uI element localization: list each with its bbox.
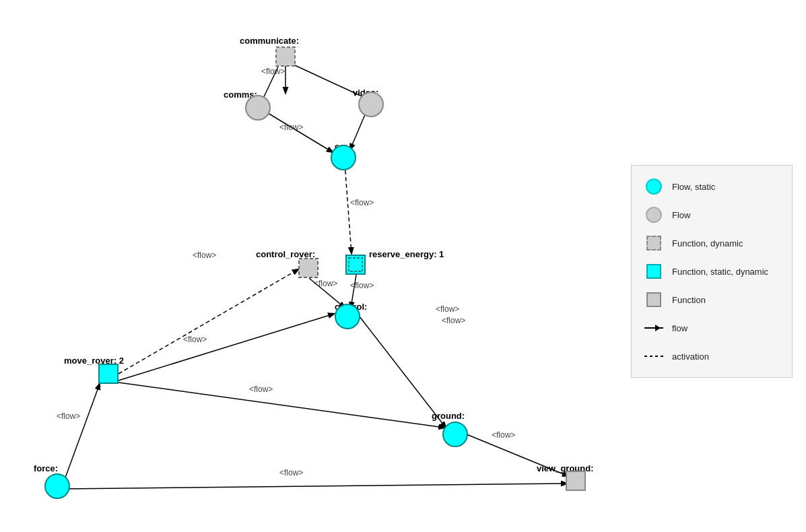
circle-cyan-icon xyxy=(646,178,662,195)
line-dashed-icon xyxy=(644,356,663,357)
ground-node[interactable] xyxy=(443,422,467,446)
legend-item-flow: Flow xyxy=(644,205,780,225)
ee-node[interactable] xyxy=(331,145,356,170)
video-node[interactable] xyxy=(359,92,383,117)
flow-label-ctrl-ground: <flow> xyxy=(436,304,459,314)
legend-label-flow-line: flow xyxy=(672,323,687,333)
square-cyan-solid-icon xyxy=(646,264,661,279)
view-ground-node[interactable] xyxy=(566,471,585,490)
control-rover-node[interactable] xyxy=(299,259,318,277)
legend-label-activation: activation xyxy=(672,352,709,362)
legend-icon-flow-static xyxy=(644,176,664,197)
legend-icon-function-dynamic xyxy=(644,233,664,253)
svg-line-12 xyxy=(63,484,567,489)
legend: Flow, static Flow Function, dynamic Func… xyxy=(631,165,793,378)
svg-line-4 xyxy=(119,269,298,374)
legend-label-function-dynamic: Function, dynamic xyxy=(672,238,743,248)
legend-icon-flow xyxy=(644,205,664,225)
svg-line-9 xyxy=(119,383,444,428)
legend-item-function-static-dynamic: Function, static, dynamic xyxy=(644,261,780,281)
legend-icon-flow-line xyxy=(644,318,664,338)
control-rover-label: control_rover: xyxy=(256,249,315,259)
flow-label-force-vg: <flow> xyxy=(279,468,303,477)
legend-icon-activation xyxy=(644,346,664,366)
square-gray-solid-icon xyxy=(646,292,661,307)
flow-label-ee-reserve: <flow> xyxy=(350,198,374,207)
communicate-node[interactable] xyxy=(276,47,295,66)
flow-label-mr-ground: <flow> xyxy=(249,385,273,394)
comms-node[interactable] xyxy=(246,96,270,120)
ground-label: ground: xyxy=(432,411,465,421)
legend-item-activation: activation xyxy=(644,346,780,366)
flow-label-cr-ctrl: <flow> xyxy=(314,279,337,288)
control-node[interactable] xyxy=(335,304,360,329)
communicate-label: communicate: xyxy=(240,36,299,46)
legend-item-function-dynamic: Function, dynamic xyxy=(644,233,780,253)
svg-line-3 xyxy=(345,164,351,253)
legend-icon-function-static-dynamic xyxy=(644,261,664,281)
flow-label-mr-cr: <flow> xyxy=(193,251,216,260)
legend-label-flow-static: Flow, static xyxy=(672,182,715,192)
legend-item-flow-line: flow xyxy=(644,318,780,338)
flow-label-force-mr: <flow> xyxy=(57,411,80,421)
legend-item-flow-static: Flow, static xyxy=(644,176,780,197)
flow-label-mr-ctrl: <flow> xyxy=(183,335,207,344)
legend-icon-function xyxy=(644,290,664,310)
legend-item-function: Function xyxy=(644,290,780,310)
force-node[interactable] xyxy=(45,474,69,498)
svg-line-11 xyxy=(63,384,100,485)
circle-gray-icon xyxy=(646,207,662,223)
square-gray-dashed-icon xyxy=(646,236,661,251)
flow-label-comms-ee: <flow> xyxy=(279,123,303,132)
legend-label-function: Function xyxy=(672,295,706,305)
force-label: force: xyxy=(34,463,58,473)
reserve-energy-label: reserve_energy: 1 xyxy=(369,249,444,259)
flow-label-communicate: <flow> xyxy=(261,67,285,76)
line-solid-icon xyxy=(644,327,663,329)
flow-label-ctrl-ground2: <flow> xyxy=(442,316,465,325)
move-rover-node[interactable] xyxy=(99,364,118,383)
flow-label-res-ctrl: <flow> xyxy=(350,281,374,290)
svg-line-7 xyxy=(119,314,334,380)
flow-label-ground-vg: <flow> xyxy=(492,430,515,440)
legend-label-flow: Flow xyxy=(672,210,690,220)
legend-label-function-static-dynamic: Function, static, dynamic xyxy=(672,267,768,277)
